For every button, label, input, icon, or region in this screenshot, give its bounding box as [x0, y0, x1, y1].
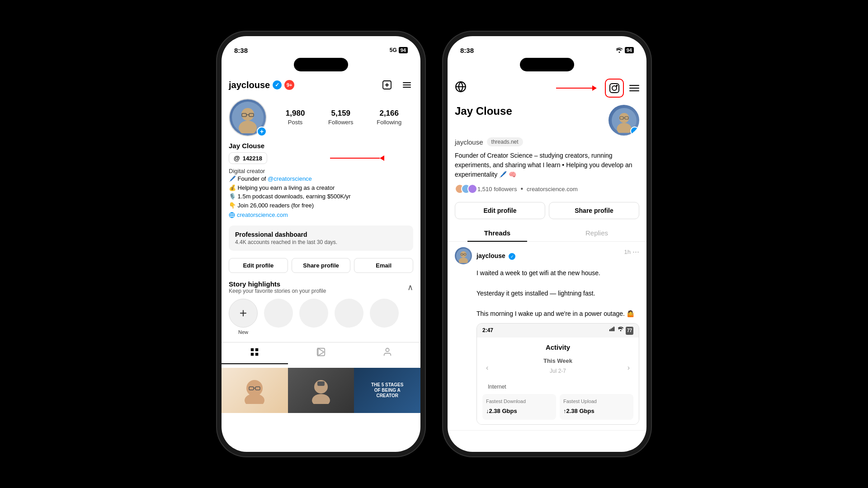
- highlight-item-5[interactable]: [370, 299, 399, 335]
- bio-website-link[interactable]: creatorscience.com: [229, 211, 413, 218]
- nested-phone-screenshot: 2:47 77: [476, 323, 639, 425]
- svg-point-22: [245, 394, 264, 404]
- svg-marker-18: [318, 348, 324, 356]
- phones-container: 8:38 5G 94 jayclouse ✓ 9+: [222, 36, 646, 452]
- ig-action-buttons: Edit profile Share profile Email: [222, 254, 420, 277]
- svg-rect-15: [255, 348, 258, 351]
- threads-avatar: ✓: [609, 105, 639, 136]
- follower-avatar-3: [467, 184, 477, 194]
- time-ig: 8:38: [234, 47, 248, 54]
- thumbnail-2[interactable]: [288, 368, 354, 413]
- pro-dashboard-title: Professional dashboard: [235, 231, 407, 238]
- nested-content: Activity ‹ This Week Jul 2-7 › Internet: [477, 338, 639, 424]
- nested-signal-icon: [609, 327, 616, 331]
- internet-label: Internet: [482, 381, 633, 392]
- highlight-item-4[interactable]: [335, 299, 363, 335]
- followers-count: 5,159: [328, 109, 354, 118]
- threads-profile-header: Jay Clouse ✓: [448, 101, 646, 136]
- nested-next[interactable]: ›: [627, 362, 630, 374]
- instagram-icon-button[interactable]: [605, 79, 624, 98]
- threads-handle: jayclouse: [455, 138, 483, 146]
- following-stat[interactable]: 2,166 Following: [377, 109, 401, 126]
- pro-dashboard-subtitle: 4.4K accounts reached in the last 30 day…: [235, 239, 407, 245]
- svg-point-20: [386, 348, 389, 352]
- nested-status-icons: 77: [609, 327, 633, 335]
- threads-verified-badge: ✓: [630, 127, 639, 136]
- avatar-add-story[interactable]: +: [257, 127, 267, 136]
- threads-count-badge[interactable]: @ 142218: [229, 152, 267, 164]
- ig-header-username: jayclouse ✓ 9+: [229, 80, 294, 90]
- download-value: ↓2.38 Gbps: [486, 407, 552, 416]
- nested-time: 2:47: [482, 326, 493, 335]
- tab-threads[interactable]: Threads: [448, 225, 547, 241]
- reels-tab[interactable]: [288, 343, 354, 364]
- hamburger-line-2: [629, 88, 639, 89]
- highlight-item-2[interactable]: [264, 299, 293, 335]
- professional-dashboard[interactable]: Professional dashboard 4.4K accounts rea…: [229, 225, 413, 251]
- follower-avatars: [455, 184, 474, 194]
- svg-rect-16: [251, 353, 254, 356]
- highlight-circle-4: [335, 299, 363, 328]
- creator-science-link[interactable]: @creatorscience: [268, 175, 312, 182]
- svg-rect-49: [613, 327, 614, 331]
- bio-line-1: 🖊️ Founder of @creatorscience: [229, 174, 413, 183]
- thumbnail-1[interactable]: [222, 368, 288, 413]
- notification-count[interactable]: 9+: [284, 80, 294, 90]
- add-highlight-item[interactable]: + New: [229, 299, 258, 335]
- svg-rect-5: [403, 87, 411, 88]
- upload-value: ↑2.38 Gbps: [563, 407, 630, 416]
- highlight-circle-3: [299, 299, 328, 328]
- download-label: Fastest Download: [486, 398, 552, 406]
- post-line-1: I waited a week to get wifi at the new h…: [476, 268, 639, 278]
- highlight-circle-5: [370, 299, 399, 328]
- ig-app-header: jayclouse ✓ 9+: [222, 75, 420, 95]
- threads-badge-row: @ 142218: [222, 150, 420, 166]
- share-profile-button-threads[interactable]: Share profile: [549, 202, 639, 219]
- bio-line-4: 👇 Join 26,000 readers (for free): [229, 201, 413, 210]
- thumbnail-3[interactable]: THE 5 STAGESOF BEING ACREATOR: [354, 368, 420, 413]
- grid-thumbnails: THE 5 STAGESOF BEING ACREATOR: [222, 368, 420, 413]
- svg-rect-28: [317, 381, 325, 386]
- threads-net-badge[interactable]: threads.net: [487, 137, 523, 146]
- thread-post-options[interactable]: ···: [632, 247, 639, 257]
- add-post-button[interactable]: [381, 79, 393, 91]
- posts-count: 1,980: [286, 109, 305, 118]
- ig-display-name: Jay Clouse: [222, 140, 420, 150]
- threads-logo-icon: @: [234, 155, 240, 162]
- ig-bio: Digital creator 🖊️ Founder of @creatorsc…: [222, 166, 420, 222]
- creator-science-link-threads[interactable]: creatorscience.com: [527, 186, 578, 192]
- svg-point-33: [617, 85, 618, 86]
- highlight-item-3[interactable]: [299, 299, 328, 335]
- hamburger-line-1: [629, 85, 639, 86]
- nested-status-bar: 2:47 77: [477, 324, 639, 338]
- share-profile-button-ig[interactable]: Share profile: [292, 258, 351, 273]
- bio-line-2: 💰 Helping you earn a living as a creator: [229, 183, 413, 192]
- highlights-title: Story highlights: [229, 280, 326, 288]
- highlights-collapse-icon[interactable]: ∧: [407, 282, 413, 292]
- post-line-3: This morning I wake up and we're in a po…: [476, 309, 639, 319]
- grid-tab[interactable]: [222, 343, 288, 364]
- highlights-subtitle: Keep your favorite stories on your profi…: [229, 288, 326, 294]
- status-bar-ig: 8:38 5G 94: [222, 36, 420, 58]
- download-card: Fastest Download ↓2.38 Gbps: [482, 394, 556, 419]
- hamburger-menu-threads[interactable]: [629, 85, 639, 91]
- battery-threads: 94: [625, 47, 634, 53]
- tab-replies[interactable]: Replies: [547, 225, 646, 241]
- nested-date: Jul 2-7: [543, 367, 572, 375]
- followers-stat[interactable]: 5,159 Followers: [328, 109, 354, 126]
- bio-link-text[interactable]: creatorscience.com: [237, 211, 288, 218]
- add-highlight-circle[interactable]: +: [229, 299, 258, 328]
- edit-profile-button-threads[interactable]: Edit profile: [455, 202, 545, 219]
- followers-count-threads[interactable]: 1,510 followers: [477, 186, 517, 192]
- edit-profile-button-ig[interactable]: Edit profile: [229, 258, 288, 273]
- nested-prev[interactable]: ‹: [486, 362, 488, 374]
- menu-button-ig[interactable]: [401, 79, 413, 91]
- following-count: 2,166: [377, 109, 401, 118]
- globe-icon[interactable]: [455, 81, 467, 95]
- arrowhead: [380, 155, 384, 161]
- thread-post-username[interactable]: jayclouse: [476, 252, 505, 259]
- tagged-tab[interactable]: [354, 343, 420, 364]
- thread-post-content: I waited a week to get wifi at the new h…: [455, 264, 639, 425]
- svg-rect-14: [251, 348, 254, 351]
- email-button-ig[interactable]: Email: [354, 258, 413, 273]
